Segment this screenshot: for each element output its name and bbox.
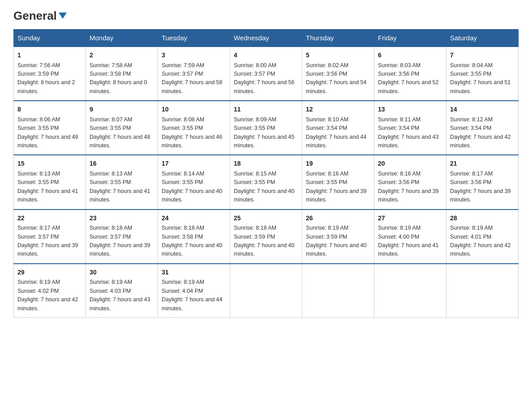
day-number: 2 [90, 51, 154, 60]
calendar-cell: 6Sunrise: 8:03 AMSunset: 3:56 PMDaylight… [374, 47, 446, 101]
daylight-label: Daylight: 7 hours and 46 minutes. [162, 134, 223, 149]
calendar-cell: 4Sunrise: 8:00 AMSunset: 3:57 PMDaylight… [230, 47, 302, 101]
day-number: 9 [90, 105, 154, 115]
sunset-label: Sunset: 3:57 PM [17, 234, 59, 240]
sunset-label: Sunset: 3:55 PM [90, 125, 131, 131]
calendar-week-row: 8Sunrise: 8:06 AMSunset: 3:55 PMDaylight… [14, 101, 519, 155]
sunset-label: Sunset: 3:57 PM [90, 234, 131, 240]
daylight-label: Daylight: 7 hours and 48 minutes. [90, 134, 150, 149]
sunset-label: Sunset: 3:55 PM [162, 125, 203, 131]
calendar-cell: 29Sunrise: 8:19 AMSunset: 4:02 PMDayligh… [14, 264, 86, 318]
daylight-label: Daylight: 7 hours and 39 minutes. [90, 242, 150, 257]
daylight-label: Daylight: 7 hours and 42 minutes. [17, 296, 78, 311]
sunrise-label: Sunrise: 8:19 AM [378, 225, 420, 231]
day-number: 3 [162, 51, 226, 60]
calendar-cell: 5Sunrise: 8:02 AMSunset: 3:56 PMDaylight… [302, 47, 374, 101]
daylight-label: Daylight: 7 hours and 42 minutes. [450, 134, 511, 149]
calendar-table: SundayMondayTuesdayWednesdayThursdayFrid… [13, 29, 519, 318]
day-number: 13 [378, 105, 442, 115]
col-header-sunday: Sunday [14, 30, 86, 47]
sunrise-label: Sunrise: 8:09 AM [234, 116, 276, 123]
sunrise-label: Sunrise: 8:15 AM [234, 171, 276, 177]
daylight-label: Daylight: 7 hours and 54 minutes. [306, 79, 367, 94]
calendar-cell: 13Sunrise: 8:11 AMSunset: 3:54 PMDayligh… [374, 101, 446, 155]
daylight-label: Daylight: 7 hours and 43 minutes. [90, 296, 150, 311]
sunrise-label: Sunrise: 8:18 AM [90, 225, 132, 231]
sunrise-label: Sunrise: 8:16 AM [306, 171, 348, 177]
day-number: 5 [306, 51, 370, 60]
sunrise-label: Sunrise: 8:13 AM [17, 171, 60, 177]
sunrise-label: Sunrise: 8:08 AM [162, 116, 204, 123]
calendar-cell: 31Sunrise: 8:19 AMSunset: 4:04 PMDayligh… [158, 264, 230, 318]
sunset-label: Sunset: 3:54 PM [306, 125, 347, 131]
calendar-cell: 16Sunrise: 8:13 AMSunset: 3:55 PMDayligh… [86, 155, 158, 209]
calendar-cell: 19Sunrise: 8:16 AMSunset: 3:55 PMDayligh… [302, 155, 374, 209]
logo: General [13, 9, 68, 21]
daylight-label: Daylight: 7 hours and 49 minutes. [17, 134, 78, 149]
daylight-label: Daylight: 7 hours and 42 minutes. [450, 242, 511, 257]
calendar-cell [302, 264, 374, 318]
sunset-label: Sunset: 3:55 PM [17, 125, 59, 131]
daylight-label: Daylight: 7 hours and 41 minutes. [378, 242, 439, 257]
day-number: 29 [17, 268, 82, 278]
logo-arrow-icon [58, 11, 68, 21]
daylight-label: Daylight: 8 hours and 0 minutes. [90, 79, 147, 94]
sunrise-label: Sunrise: 7:58 AM [90, 62, 132, 68]
daylight-label: Daylight: 7 hours and 40 minutes. [162, 188, 223, 203]
sunrise-label: Sunrise: 8:17 AM [17, 225, 60, 231]
day-number: 26 [306, 214, 370, 223]
sunset-label: Sunset: 3:55 PM [17, 179, 59, 185]
sunset-label: Sunset: 3:54 PM [378, 125, 419, 131]
daylight-label: Daylight: 7 hours and 44 minutes. [306, 134, 367, 149]
calendar-cell: 2Sunrise: 7:58 AMSunset: 3:58 PMDaylight… [86, 47, 158, 101]
sunset-label: Sunset: 3:56 PM [450, 179, 491, 185]
day-number: 7 [450, 51, 515, 60]
sunrise-label: Sunrise: 8:17 AM [450, 171, 493, 177]
calendar-cell: 21Sunrise: 8:17 AMSunset: 3:56 PMDayligh… [446, 155, 519, 209]
daylight-label: Daylight: 7 hours and 39 minutes. [17, 242, 78, 257]
day-number: 31 [162, 268, 226, 278]
sunrise-label: Sunrise: 8:07 AM [90, 116, 132, 123]
calendar-cell: 22Sunrise: 8:17 AMSunset: 3:57 PMDayligh… [14, 210, 86, 264]
sunset-label: Sunset: 4:03 PM [90, 288, 131, 294]
sunset-label: Sunset: 4:04 PM [162, 288, 203, 294]
sunset-label: Sunset: 3:55 PM [234, 125, 275, 131]
sunrise-label: Sunrise: 8:02 AM [306, 62, 348, 68]
sunset-label: Sunset: 4:02 PM [17, 288, 59, 294]
sunset-label: Sunset: 3:54 PM [450, 125, 491, 131]
daylight-label: Daylight: 8 hours and 2 minutes. [17, 79, 75, 94]
col-header-tuesday: Tuesday [158, 30, 230, 47]
day-number: 23 [90, 214, 154, 223]
day-number: 20 [378, 159, 442, 169]
calendar-cell: 18Sunrise: 8:15 AMSunset: 3:55 PMDayligh… [230, 155, 302, 209]
col-header-friday: Friday [374, 30, 446, 47]
sunset-label: Sunset: 3:59 PM [234, 234, 275, 240]
sunrise-label: Sunrise: 8:10 AM [306, 116, 348, 123]
day-number: 19 [306, 159, 370, 169]
calendar-week-row: 22Sunrise: 8:17 AMSunset: 3:57 PMDayligh… [14, 210, 519, 264]
day-number: 1 [17, 51, 82, 60]
daylight-label: Daylight: 7 hours and 40 minutes. [306, 242, 367, 257]
day-number: 15 [17, 159, 82, 169]
col-header-monday: Monday [86, 30, 158, 47]
calendar-cell [374, 264, 446, 318]
svg-marker-0 [59, 13, 67, 19]
calendar-cell: 15Sunrise: 8:13 AMSunset: 3:55 PMDayligh… [14, 155, 86, 209]
day-number: 25 [234, 214, 298, 223]
sunset-label: Sunset: 3:56 PM [378, 179, 419, 185]
calendar-header-row: SundayMondayTuesdayWednesdayThursdayFrid… [14, 30, 519, 47]
calendar-cell: 10Sunrise: 8:08 AMSunset: 3:55 PMDayligh… [158, 101, 230, 155]
logo-general: General [13, 9, 57, 23]
logo-line1: General [13, 9, 68, 23]
calendar-cell: 7Sunrise: 8:04 AMSunset: 3:55 PMDaylight… [446, 47, 519, 101]
calendar-cell: 23Sunrise: 8:18 AMSunset: 3:57 PMDayligh… [86, 210, 158, 264]
sunset-label: Sunset: 3:56 PM [378, 71, 419, 77]
calendar-cell: 3Sunrise: 7:59 AMSunset: 3:57 PMDaylight… [158, 47, 230, 101]
day-number: 4 [234, 51, 298, 60]
sunrise-label: Sunrise: 8:13 AM [90, 171, 132, 177]
daylight-label: Daylight: 7 hours and 44 minutes. [162, 296, 223, 311]
sunset-label: Sunset: 3:59 PM [306, 234, 347, 240]
col-header-saturday: Saturday [446, 30, 519, 47]
daylight-label: Daylight: 7 hours and 45 minutes. [234, 134, 295, 149]
day-number: 22 [17, 214, 82, 223]
